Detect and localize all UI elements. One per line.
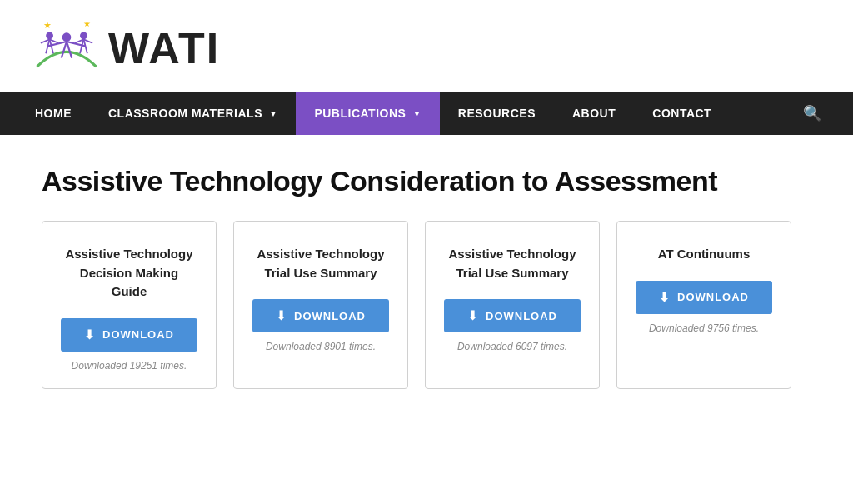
logo-svg: ★ ★: [33, 15, 100, 82]
card-4-download-count: Downloaded 9756 times.: [649, 322, 759, 334]
classroom-materials-dropdown-arrow: ▼: [269, 109, 277, 118]
main-content: Assistive Technology Consideration to As…: [0, 135, 853, 414]
nav-home[interactable]: HOME: [17, 92, 90, 135]
main-nav: HOME CLASSROOM MATERIALS ▼ PUBLICATIONS …: [0, 92, 853, 135]
card-2-title: Assistive Technology Trial Use Summary: [252, 245, 389, 282]
download-icon-1: ⬇: [84, 327, 96, 342]
svg-text:★: ★: [43, 20, 52, 30]
nav-resources[interactable]: RESOURCES: [440, 92, 554, 135]
card-3: Assistive Technology Trial Use Summary ⬇…: [425, 221, 600, 389]
svg-text:★: ★: [83, 19, 91, 28]
card-2: Assistive Technology Trial Use Summary ⬇…: [233, 221, 408, 389]
card-3-download-button[interactable]: ⬇ DOWNLOAD: [444, 299, 581, 332]
nav-classroom-materials[interactable]: CLASSROOM MATERIALS ▼: [90, 92, 296, 135]
nav-contact[interactable]: CONTACT: [634, 92, 730, 135]
card-3-download-count: Downloaded 6097 times.: [457, 341, 567, 352]
svg-point-5: [46, 32, 53, 39]
card-1-download-count: Downloaded 19251 times.: [72, 360, 187, 372]
download-icon-4: ⬇: [659, 290, 671, 305]
logo-area: ★ ★ WATI: [33, 15, 220, 82]
card-1-download-button[interactable]: ⬇ DOWNLOAD: [61, 318, 197, 352]
nav-about[interactable]: ABOUT: [554, 92, 634, 135]
header: ★ ★ WATI: [0, 0, 853, 92]
svg-line-4: [67, 42, 72, 58]
publications-dropdown-arrow: ▼: [412, 109, 421, 118]
page-title: Assistive Technology Consideration to As…: [42, 165, 811, 197]
svg-point-0: [62, 32, 72, 42]
card-4: AT Continuums ⬇ DOWNLOAD Downloaded 9756…: [616, 221, 791, 389]
card-1: Assistive Technology Decision Making Gui…: [42, 221, 217, 389]
card-2-download-button[interactable]: ⬇ DOWNLOAD: [252, 299, 389, 332]
card-3-title: Assistive Technology Trial Use Summary: [444, 245, 581, 282]
download-icon-2: ⬇: [276, 308, 287, 323]
cards-row: Assistive Technology Decision Making Gui…: [42, 221, 811, 389]
card-4-title: AT Continuums: [658, 245, 751, 264]
card-1-title: Assistive Technology Decision Making Gui…: [61, 245, 197, 302]
logo-text: WATI: [108, 23, 220, 73]
card-4-download-button[interactable]: ⬇ DOWNLOAD: [636, 281, 772, 314]
card-2-download-count: Downloaded 8901 times.: [266, 341, 376, 352]
svg-point-10: [80, 32, 87, 39]
download-icon-3: ⬇: [467, 308, 479, 323]
svg-line-3: [62, 42, 67, 58]
search-icon[interactable]: 🔍: [788, 92, 836, 135]
nav-publications[interactable]: PUBLICATIONS ▼: [296, 92, 439, 135]
